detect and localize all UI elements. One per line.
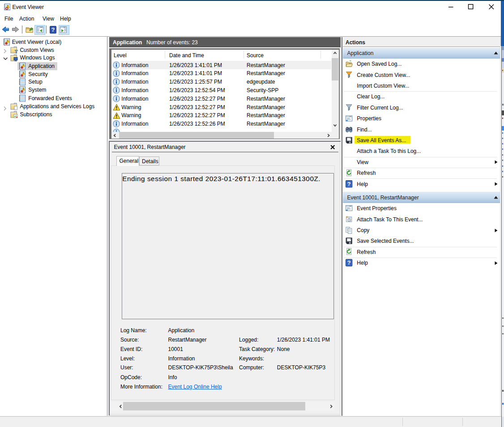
svg-text:?: ? [51, 26, 55, 33]
